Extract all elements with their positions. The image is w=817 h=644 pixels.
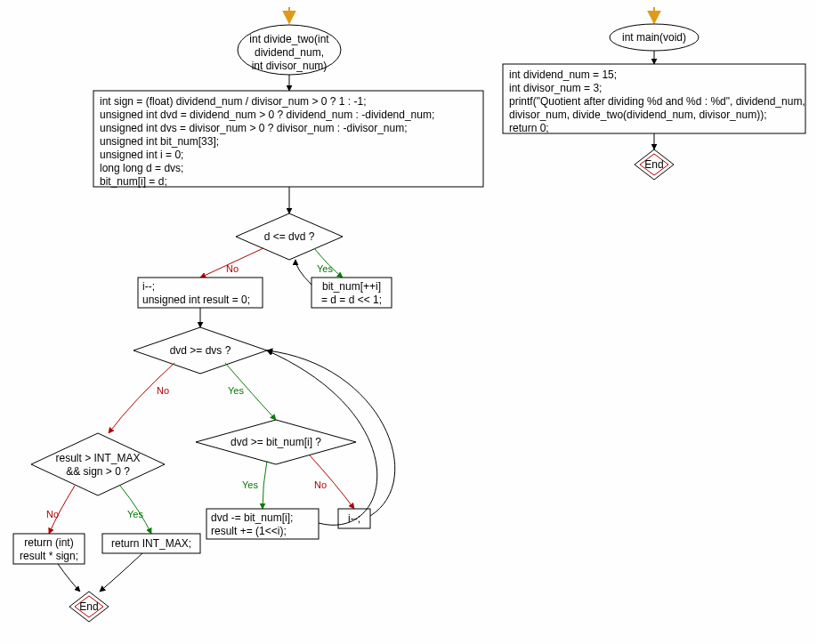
process-subtract-accumulate: [206, 509, 319, 539]
edge-no: [109, 363, 174, 433]
decision-dvd-ge-bitnum: [196, 420, 356, 464]
decision-result-intmax: [31, 433, 165, 495]
edge: [100, 553, 142, 592]
start-node-divide-two: [238, 25, 341, 75]
process-bitnum-shift: [311, 278, 392, 308]
edge-no: [49, 486, 75, 534]
edge-no: [200, 248, 263, 278]
edge: [58, 564, 80, 592]
process-return-result-sign: [13, 534, 85, 564]
edge: [295, 260, 311, 285]
edge-yes: [263, 461, 267, 509]
process-return-intmax: [102, 534, 200, 553]
edge-yes: [120, 486, 151, 534]
start-node-main: [610, 24, 699, 51]
edge-yes: [225, 363, 276, 420]
flowchart-canvas: [0, 0, 817, 644]
edge-no: [310, 455, 354, 509]
edge-yes: [314, 248, 343, 278]
process-main-body: [503, 64, 805, 133]
process-init: [93, 91, 483, 187]
process-i-dec-result0: [138, 278, 263, 308]
decision-dvd-ge-dvs: [133, 327, 267, 374]
decision-d-le-dvd: [236, 213, 343, 260]
process-i-dec: [338, 509, 370, 528]
